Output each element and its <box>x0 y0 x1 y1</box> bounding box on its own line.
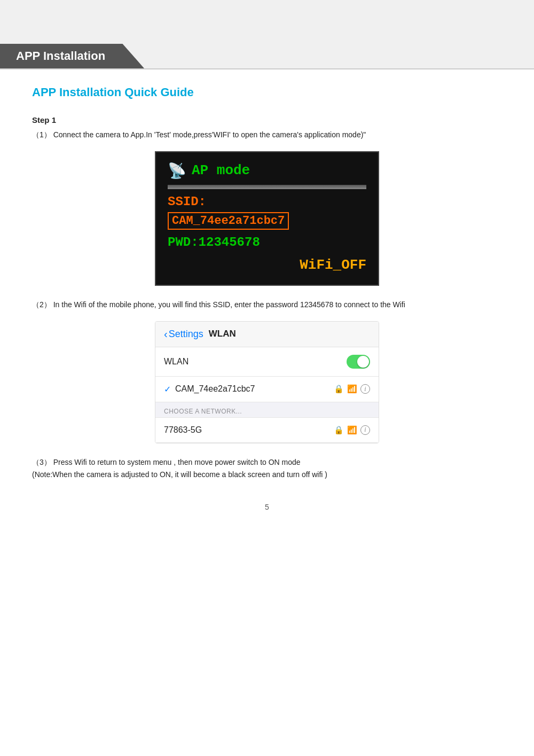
wifi-signal-icon: 📶 <box>347 384 357 394</box>
ssid-label: SSID: <box>168 194 366 209</box>
network-icons: 🔒 📶 i <box>334 384 370 394</box>
step-1-text-2: （2） In the Wifi of the mobile phone, you… <box>32 299 502 311</box>
ap-mode-text: AP mode <box>192 162 250 178</box>
phone-back-label[interactable]: Settings <box>169 329 203 340</box>
pwd-label: PWD:12345678 <box>168 235 366 250</box>
wlan-title: WLAN <box>209 329 236 339</box>
ssid-value: CAM_74ee2a71cbc7 <box>168 212 289 230</box>
checkmark-icon: ✓ <box>164 384 171 394</box>
cam-divider <box>168 185 366 189</box>
info-icon[interactable]: i <box>360 384 370 394</box>
connected-network-row[interactable]: ✓ CAM_74ee2a71cbc7 🔒 📶 i <box>155 377 379 402</box>
step-label: Step 1 <box>32 115 502 124</box>
chevron-left-icon: ‹ <box>164 328 168 340</box>
connected-ssid: CAM_74ee2a71cbc7 <box>175 384 255 394</box>
section-tab: APP Installation <box>0 44 144 68</box>
page-content: APP Installation Quick Guide Step 1 （1） … <box>0 69 534 543</box>
step-1-text-1: （1） Connect the camera to App.In 'Test' … <box>32 129 502 142</box>
choose-network-section: CHOOSE A NETWORK... <box>155 402 379 418</box>
phone-wlan-screen: ‹ Settings WLAN WLAN ✓ CAM_74ee2a71cbc7 … <box>155 321 379 443</box>
other-network-ssid: 77863-5G <box>164 425 202 435</box>
ap-mode-row: 📡 AP mode <box>168 162 366 180</box>
step-3-main: （3） Press Wifi to return to system menu … <box>32 458 301 466</box>
other-network-icons: 🔒 📶 i <box>334 425 370 435</box>
page-number: 5 <box>32 503 502 511</box>
wlan-toggle[interactable] <box>347 355 370 369</box>
step-1-text-3: （3） Press Wifi to return to system menu … <box>32 456 502 482</box>
step-3-note: (Note:When the camera is adjusted to ON,… <box>32 470 327 479</box>
lock-icon: 🔒 <box>334 384 344 394</box>
wifi-off-label: WiFi_OFF <box>168 257 366 273</box>
wifi-icon-large: 📡 <box>168 162 186 180</box>
wifi-signal-icon-2: 📶 <box>347 425 357 435</box>
phone-back-button[interactable]: ‹ Settings <box>164 328 203 340</box>
section-tab-label: APP Installation <box>16 49 105 63</box>
quick-guide-title: APP Installation Quick Guide <box>32 85 502 99</box>
wlan-toggle-row: WLAN <box>155 347 379 377</box>
page-header: APP Installation <box>0 0 534 69</box>
lock-icon-2: 🔒 <box>334 425 344 435</box>
camera-screen: 📡 AP mode SSID: CAM_74ee2a71cbc7 PWD:123… <box>155 151 379 286</box>
phone-wlan-header: ‹ Settings WLAN <box>155 322 379 347</box>
other-network-row[interactable]: 77863-5G 🔒 📶 i <box>155 418 379 443</box>
choose-network-label: CHOOSE A NETWORK... <box>164 408 242 415</box>
wlan-label: WLAN <box>164 357 189 367</box>
info-icon-2[interactable]: i <box>360 425 370 435</box>
